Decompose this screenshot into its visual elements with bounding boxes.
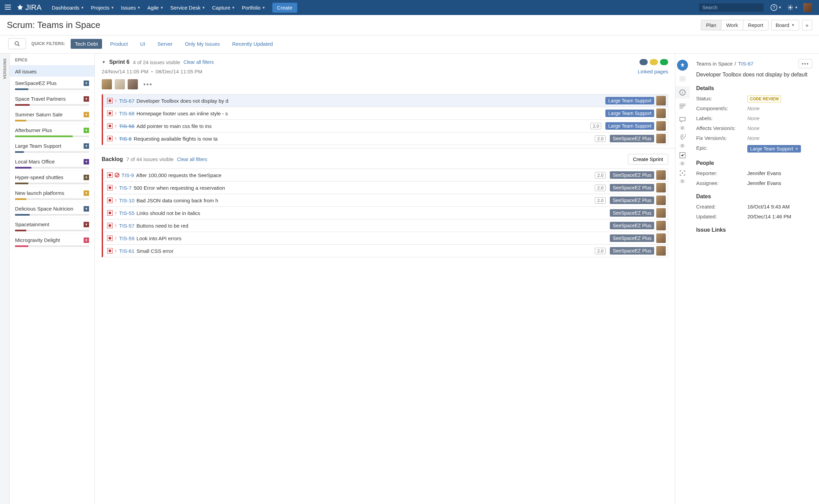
chevron-down-icon[interactable]: ▼ [84,175,89,180]
nav-capture[interactable]: Capture▼ [209,0,238,15]
linked-pages-link[interactable]: Linked pages [638,69,668,74]
assignee-avatar[interactable] [656,183,666,192]
issue-epic-badge[interactable]: SeeSpaceEZ Plus [610,234,654,242]
assignee-avatar[interactable] [656,121,666,131]
assignee-avatar[interactable] [656,96,666,105]
chevron-down-icon[interactable]: ▼ [84,222,89,227]
create-sprint-button[interactable]: Create Sprint [628,154,668,164]
chevron-down-icon[interactable]: ▼ [84,128,89,133]
filter-search-button[interactable] [8,38,26,49]
assignee-avatar[interactable] [656,134,666,143]
issue-epic-badge[interactable]: SeeSpaceEZ Plus [610,171,654,179]
issue-epic-badge[interactable]: SeeSpaceEZ Plus [610,184,654,191]
epic-item[interactable]: Summer Saturn Sale▼ [10,108,95,124]
chevron-down-icon[interactable]: ▼ [84,206,89,212]
board-dropdown[interactable]: Board▼ [771,20,799,30]
create-button[interactable]: Create [272,3,297,13]
subtasks-icon[interactable] [675,149,690,161]
epic-item[interactable]: Local Mars Office▼ [10,155,95,171]
epic-item[interactable]: New launch platforms▼ [10,187,95,202]
filter-server[interactable]: Server [154,39,177,49]
filter-tech-debt[interactable]: Tech Debt [71,39,102,49]
issue-epic-badge[interactable]: SeeSpaceEZ Plus [610,135,654,142]
issue-row[interactable]: ↑TIS-59Look into API errorsSeeSpaceEZ Pl… [102,232,668,245]
settings-icon[interactable]: ▼ [784,4,801,11]
sprint-collapse-icon[interactable]: ▼ [102,60,106,64]
chevron-down-icon[interactable]: ▼ [84,190,89,196]
epic-item[interactable]: Space Travel Partners▼ [10,92,95,108]
issue-epic-badge[interactable]: SeeSpaceEZ Plus [610,222,654,229]
nav-dashboards[interactable]: Dashboards▼ [48,0,88,15]
nav-portfolio[interactable]: Portfolio▼ [239,0,269,15]
epic-item[interactable]: Large Team Support▼ [10,140,95,155]
jira-logo[interactable]: JIRA [16,3,42,12]
epic-all-issues[interactable]: All issues [10,65,95,77]
breadcrumb-key[interactable]: TIS-67 [738,61,753,67]
versions-rail[interactable]: VERSIONS [0,54,10,504]
issue-row[interactable]: ↑TIS-7500 Error when requesting a reserv… [102,181,668,194]
status-dot[interactable] [640,59,648,65]
epic-value-tag[interactable]: Large Team Support× [747,145,801,153]
filter-ui[interactable]: UI [136,39,149,49]
issue-row[interactable]: ↑TIS-55Links should not be in italicsSee… [102,206,668,219]
assignee-avatar[interactable] [656,246,666,256]
issue-epic-badge[interactable]: Large Team Support [605,110,654,117]
team-avatar[interactable] [115,79,125,89]
nav-agile[interactable]: Agile▼ [144,0,167,15]
description-icon[interactable] [675,100,690,112]
chevron-down-icon[interactable]: ▼ [84,143,89,149]
expand-button[interactable]: » [802,20,812,30]
user-avatar[interactable] [801,3,815,12]
issue-epic-badge[interactable]: SeeSpaceEZ Plus [610,247,654,255]
filter-only-my-issues[interactable]: Only My Issues [181,39,224,49]
assignee-avatar[interactable] [656,196,666,205]
issue-key[interactable]: TIS-56 [119,123,134,129]
attachments-icon[interactable] [675,131,690,144]
assignee-avatar[interactable] [656,109,666,118]
remove-epic-icon[interactable]: × [795,146,798,152]
issue-key[interactable]: TIS-7 [119,185,132,191]
assignee-avatar[interactable] [656,208,666,218]
nav-service-desk[interactable]: Service Desk▼ [167,0,209,15]
nav-issues[interactable]: Issues▼ [118,0,144,15]
issue-row[interactable]: ↑TIS-8Requesting avaliable flights is no… [102,132,668,145]
issue-key[interactable]: TIS-55 [119,210,134,216]
issue-key[interactable]: TIS-8 [119,136,132,142]
view-plan[interactable]: Plan [701,20,721,30]
chevron-down-icon[interactable]: ▼ [84,112,89,117]
assignee-avatar[interactable] [656,221,666,230]
view-work[interactable]: Work [721,20,743,30]
issue-row[interactable]: ↑TIS-57Buttons need to be redSeeSpaceEZ … [102,219,668,232]
issue-key[interactable]: TIS-10 [119,198,134,203]
issue-row[interactable]: ↑TIS-68Homepage footer uses an inline st… [102,107,668,120]
epic-item[interactable]: Hyper-speed shuttles▼ [10,171,95,187]
menu-icon[interactable] [4,3,12,12]
epic-item[interactable]: Delicious Space Nutricion▼ [10,202,95,218]
epic-item[interactable]: Afterburner Plus▼ [10,124,95,140]
chevron-down-icon[interactable]: ▼ [84,81,89,86]
issue-key[interactable]: TIS-57 [119,223,134,229]
team-avatar[interactable] [102,79,112,89]
project-icon[interactable] [675,59,690,71]
issue-row[interactable]: TIS-9After 100,000 requests the SeeSpace… [102,169,668,182]
chevron-down-icon[interactable]: ▼ [84,237,89,243]
issue-row[interactable]: ↑TIS-61Small CSS error2.0SeeSpaceEZ Plus [102,244,668,257]
rail-lines-icon[interactable] [675,73,690,85]
issue-key[interactable]: TIS-59 [119,235,134,241]
issue-row[interactable]: ↑TIS-67Developer Toolbox does not displa… [102,94,668,107]
capture-icon[interactable] [675,167,690,179]
epic-item[interactable]: SeeSpaceEZ Plus▼ [10,77,95,92]
chevron-down-icon[interactable]: ▼ [84,159,89,164]
issue-key[interactable]: TIS-61 [119,248,134,254]
breadcrumb-project[interactable]: Teams in Space [696,61,733,67]
issue-epic-badge[interactable]: SeeSpaceEZ Plus [610,209,654,217]
issue-actions-menu[interactable]: ••• [799,59,812,68]
issue-row[interactable]: ↑TIS-10Bad JSON data coming back from h2… [102,194,668,207]
more-avatars-icon[interactable]: ••• [143,81,153,88]
issue-key[interactable]: TIS-9 [121,172,134,178]
filter-product[interactable]: Product [106,39,132,49]
epic-item[interactable]: Microgravity Delight▼ [10,234,95,249]
backlog-clear-filters[interactable]: Clear all filters [177,157,207,162]
view-report[interactable]: Report [743,20,768,30]
issue-key[interactable]: TIS-68 [119,111,134,116]
